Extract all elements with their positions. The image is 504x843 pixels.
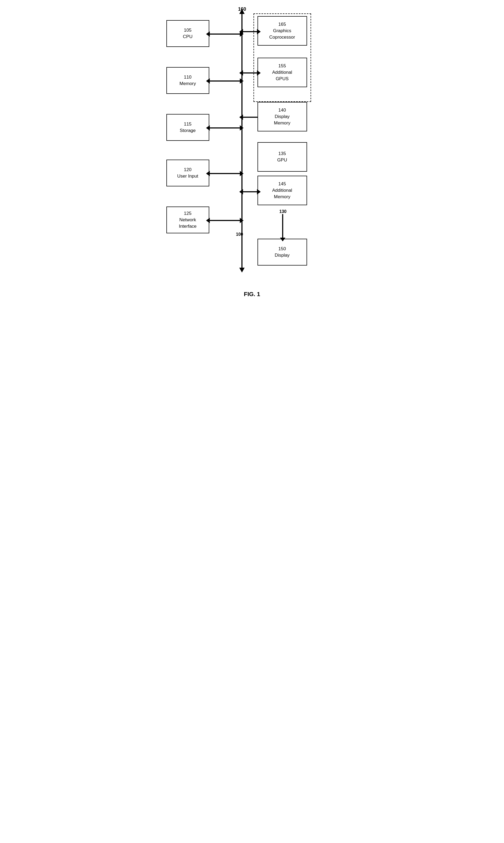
user-input-label: User Input [177, 173, 198, 179]
figure-label: FIG. 1 [244, 291, 260, 298]
gpu-label: GPU [277, 157, 287, 164]
bus-arrow-top-icon [239, 9, 245, 14]
storage-number: 115 [184, 121, 191, 127]
display-memory-label: DisplayMemory [274, 114, 290, 126]
memory-label: Memory [180, 81, 196, 87]
graphics-coprocessor-box: 165 GraphicsCoprocessor [257, 16, 307, 46]
label-100: 100 [236, 232, 243, 237]
display-memory-arrow [242, 117, 257, 118]
network-interface-arrow [209, 220, 240, 221]
storage-arrow [209, 127, 240, 128]
memory-box: 110 Memory [166, 67, 209, 94]
memory-number: 110 [184, 74, 191, 81]
user-input-box: 120 User Input [166, 159, 209, 186]
user-input-arrow [209, 173, 240, 174]
display-down-arrow [282, 214, 283, 238]
additional-gpus-arrow [242, 72, 257, 73]
label-130: 130 [280, 209, 287, 214]
bus-arrow-bottom-icon [239, 268, 245, 273]
memory-arrow [209, 81, 240, 82]
storage-box: 115 Storage [166, 114, 209, 141]
network-label: NetworkInterface [179, 217, 196, 229]
display-number: 150 [278, 246, 286, 252]
graphics-coprocessor-arrow [242, 31, 257, 32]
additional-memory-number: 145 [278, 181, 286, 187]
gpu-number: 135 [278, 151, 286, 157]
cpu-number: 105 [184, 27, 191, 34]
cpu-arrow [209, 34, 240, 35]
network-number: 125 [184, 210, 191, 217]
cpu-box: 105 CPU [166, 20, 209, 47]
user-input-number: 120 [184, 167, 191, 173]
additional-memory-label: AdditionalMemory [272, 187, 292, 200]
graphics-coprocessor-label: GraphicsCoprocessor [269, 28, 295, 40]
display-memory-box: 140 DisplayMemory [257, 102, 307, 132]
display-box: 150 Display [257, 239, 307, 265]
display-label: Display [275, 252, 290, 259]
additional-memory-arrow [242, 191, 257, 192]
diagram-container: 160 105 CPU 110 Memory 115 Storage 120 U… [158, 5, 346, 300]
additional-gpus-label: AdditionalGPUS [272, 69, 292, 82]
bus-line [241, 11, 242, 268]
graphics-coprocessor-number: 165 [278, 21, 286, 28]
additional-gpus-number: 155 [278, 63, 286, 69]
cpu-label: CPU [183, 34, 193, 40]
storage-label: Storage [180, 127, 196, 134]
display-memory-number: 140 [278, 107, 286, 114]
additional-memory-box: 145 AdditionalMemory [257, 176, 307, 205]
additional-gpus-box: 155 AdditionalGPUS [257, 58, 307, 87]
network-interface-box: 125 NetworkInterface [166, 207, 209, 233]
gpu-box: 135 GPU [257, 142, 307, 172]
